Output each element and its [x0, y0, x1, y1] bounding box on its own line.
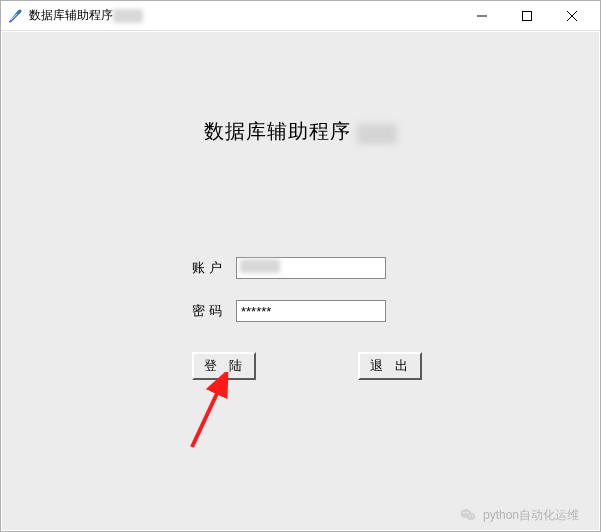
- maximize-icon: [522, 11, 532, 21]
- pointer-arrow-icon: [182, 372, 252, 452]
- titlebar: 数据库辅助程序: [1, 1, 600, 31]
- title-redaction: [113, 9, 143, 23]
- account-input[interactable]: [236, 257, 386, 279]
- watermark-text: python自动化运维: [483, 507, 579, 524]
- password-label: 密 码: [192, 302, 232, 320]
- watermark: python自动化运维: [459, 506, 579, 524]
- login-button[interactable]: 登 陆: [192, 352, 256, 380]
- svg-rect-2: [522, 11, 531, 20]
- app-window: 数据库辅助程序 数据库辅助程序 账 户 密 码: [0, 0, 601, 532]
- page-title: 数据库辅助程序: [204, 120, 351, 142]
- close-button[interactable]: [549, 1, 594, 30]
- maximize-button[interactable]: [504, 1, 549, 30]
- minimize-button[interactable]: [459, 1, 504, 30]
- exit-button[interactable]: 退 出: [358, 352, 422, 380]
- close-icon: [567, 11, 577, 21]
- svg-line-5: [192, 387, 220, 447]
- minimize-icon: [477, 11, 487, 21]
- heading-redaction: [357, 124, 397, 144]
- heading-row: 数据库辅助程序: [2, 118, 599, 145]
- svg-point-9: [466, 512, 468, 514]
- account-label: 账 户: [192, 259, 232, 277]
- account-row: 账 户: [192, 257, 386, 279]
- button-row: 登 陆 退 出: [192, 352, 422, 380]
- svg-point-8: [463, 512, 465, 514]
- password-input[interactable]: [236, 300, 386, 322]
- client-area: 数据库辅助程序 账 户 密 码 登 陆 退 出: [2, 32, 599, 530]
- password-row: 密 码: [192, 300, 386, 322]
- window-title: 数据库辅助程序: [29, 7, 113, 24]
- feather-icon: [7, 8, 23, 24]
- svg-point-11: [472, 515, 473, 516]
- wechat-icon: [459, 506, 477, 524]
- svg-point-10: [469, 515, 470, 516]
- window-controls: [459, 1, 594, 30]
- svg-point-7: [466, 513, 475, 521]
